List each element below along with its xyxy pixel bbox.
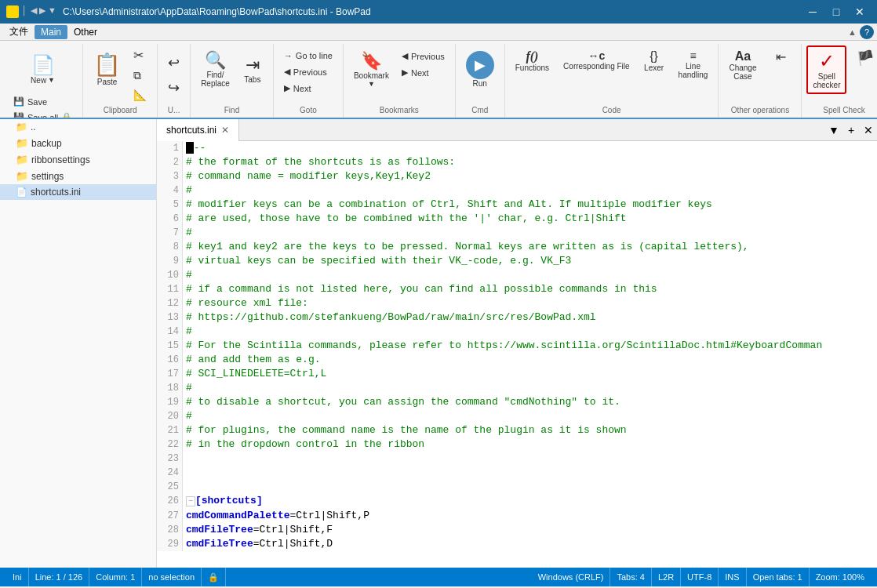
tab-close-button[interactable]: ✕: [221, 125, 229, 136]
save-all-button[interactable]: 💾 Save all 🔒: [8, 110, 78, 119]
table-row: 2 # the format of the shortcuts is as fo…: [157, 155, 877, 169]
table-row: 11 # if a command is not listed here, yo…: [157, 282, 877, 296]
table-row: 18 #: [157, 381, 877, 395]
ribbon-undo-label: U...: [168, 104, 180, 116]
tab-bar-buttons: ▼ + ✕: [825, 122, 877, 139]
menu-main[interactable]: Main: [35, 25, 67, 39]
sidebar-item-ribbonsettings[interactable]: 📁 ribbonsettings: [0, 151, 156, 168]
code-editor[interactable]: 1 -- 2 # the format of the shortcuts is …: [157, 141, 877, 568]
undo-button[interactable]: ↩: [162, 52, 185, 74]
help-button[interactable]: ?: [860, 25, 874, 39]
indent-button[interactable]: ⇤: [765, 45, 796, 68]
ribbon-collapse-button[interactable]: ▲: [848, 27, 857, 37]
new-tab-button[interactable]: +: [842, 122, 860, 139]
shortcuts-file-icon: 📄: [16, 187, 27, 198]
line-handling-icon: ≡: [690, 49, 696, 62]
backup-folder-icon: 📁: [16, 137, 28, 149]
fold-minus-icon[interactable]: −: [186, 496, 195, 506]
bookmark-previous-button[interactable]: ◀ Previous: [396, 49, 450, 64]
close-panel-button[interactable]: ✕: [860, 122, 877, 139]
ribbon-group-find: 🔍 Find/Replace ⇥ Tabs Find: [191, 44, 274, 118]
change-case-button[interactable]: Aa ChangeCase: [723, 45, 762, 85]
goto-line-button[interactable]: → Go to line: [278, 49, 338, 63]
tabs-icon: ⇥: [246, 55, 260, 75]
bk-prev-icon: ◀: [402, 51, 408, 61]
table-row: 13 # https://github.com/stefankueng/BowP…: [157, 310, 877, 325]
corresponding-file-button[interactable]: ↔c Corresponding File: [558, 45, 635, 74]
close-button[interactable]: ✕: [849, 3, 871, 20]
spell-lang-button[interactable]: 🏴: [850, 45, 877, 71]
ribbon-group-undo: ↩ ↪ U...: [158, 44, 191, 118]
find-next-button[interactable]: ▶ Next: [278, 81, 338, 96]
paste-icon: 📋: [93, 52, 121, 78]
ribbon-group-goto: → Go to line ◀ Previous ▶ Next Goto: [274, 44, 344, 118]
lock-icon: 🔒: [61, 112, 72, 119]
status-mode: L2R: [652, 568, 681, 586]
ribbon-code-content: f() Functions ↔c Corresponding File {} L…: [510, 45, 714, 104]
sidebar-item-parent[interactable]: 📁 ..: [0, 119, 156, 135]
find-replace-button[interactable]: 🔍 Find/Replace: [195, 45, 235, 93]
file-small-btns: 💾 Save 💾 Save all 🔒: [8, 94, 78, 119]
tab-shortcuts-ini[interactable]: shortcuts.ini ✕: [157, 119, 239, 141]
tabs-button[interactable]: ⇥ Tabs: [237, 45, 268, 93]
functions-button[interactable]: f() Functions: [510, 45, 555, 76]
undo-icon: ↩: [168, 54, 180, 71]
menu-file[interactable]: 文件: [3, 24, 35, 40]
find-icon: 🔍: [205, 50, 226, 71]
ribbon-group-cmd: ▶ Run Cmd: [456, 44, 505, 118]
new-icon: 📄: [31, 54, 55, 76]
save-button[interactable]: 💾 Save: [8, 94, 78, 109]
ribbon-file-content: 📄 New ▼ 💾 Save 💾 Save all 🔒: [8, 45, 78, 119]
code-table: 1 -- 2 # the format of the shortcuts is …: [157, 141, 877, 551]
ribbon-cmd-label: Cmd: [471, 104, 488, 116]
paste-button[interactable]: 📋 Paste: [88, 45, 126, 93]
sidebar-item-shortcuts-ini[interactable]: 📄 shortcuts.ini: [0, 184, 156, 200]
table-row: 9 # virtual keys can be specified with t…: [157, 254, 877, 268]
table-row: 24: [157, 466, 877, 480]
table-row: 17 # SCI_LINEDELETE=Ctrl,L: [157, 367, 877, 381]
status-column: Column: 1: [89, 568, 142, 586]
ribbon-find-label: Find: [224, 104, 239, 116]
ribbon-other-ops-label: Other operations: [731, 104, 790, 116]
ribbon-bookmarks-label: Bookmarks: [380, 104, 419, 116]
ribbon-clipboard-content: 📋 Paste ✂ ⧉ 📐: [88, 45, 152, 104]
spell-checker-button[interactable]: ✓ Spellchecker: [806, 45, 846, 94]
cut-button[interactable]: ✂: [128, 45, 152, 65]
minimize-button[interactable]: ─: [802, 3, 824, 20]
bookmark-next-button[interactable]: ▶ Next: [396, 65, 450, 80]
table-row: 12 # resource xml file:: [157, 296, 877, 310]
save-icon: 💾: [13, 96, 24, 107]
new-button[interactable]: 📄 New ▼: [25, 45, 60, 93]
redo-button[interactable]: ↪: [162, 77, 185, 99]
sidebar-item-settings[interactable]: 📁 settings: [0, 168, 156, 184]
clipboard-small-btns: ✂ ⧉ 📐: [128, 45, 152, 103]
format-button[interactable]: 📐: [128, 86, 152, 103]
bookmark-button[interactable]: 🔖 Bookmark ▼: [348, 45, 395, 93]
ribbon-find-content: 🔍 Find/Replace ⇥ Tabs: [195, 45, 268, 104]
tab-dropdown-button[interactable]: ▼: [825, 122, 842, 139]
status-encoding-icon: 🔒: [202, 568, 226, 586]
table-row: 4 #: [157, 183, 877, 198]
title-bar: │ ◀ ▶ ▼ C:\Users\Administrator\AppData\R…: [0, 0, 877, 24]
copy-button[interactable]: ⧉: [128, 67, 152, 85]
table-row: 25: [157, 480, 877, 494]
title-bar-nav: ◀ ▶ ▼: [31, 5, 56, 18]
sidebar-item-backup[interactable]: 📁 backup: [0, 135, 156, 151]
lexer-button[interactable]: {} Lexer: [639, 45, 670, 76]
next-icon: ▶: [284, 83, 290, 93]
maximize-button[interactable]: □: [825, 3, 847, 20]
indent-icon: ⇤: [776, 49, 786, 64]
status-line-ending: Windows (CRLF): [532, 568, 611, 586]
parent-icon: 📁: [16, 122, 27, 132]
new-dropdown-arrow: ▼: [48, 76, 55, 84]
copy-icon: ⧉: [133, 69, 141, 82]
table-row: 6 # are used, those have to be combined …: [157, 212, 877, 226]
run-button[interactable]: ▶ Run: [460, 45, 500, 93]
ribbonsettings-folder-icon: 📁: [16, 154, 28, 165]
line-handling-button[interactable]: ≡ Linehandling: [673, 45, 714, 83]
find-previous-button[interactable]: ◀ Previous: [278, 64, 338, 79]
ribbon-other-ops-content: Aa ChangeCase ⇤: [723, 45, 796, 104]
menu-other[interactable]: Other: [67, 25, 104, 39]
status-bar: Ini Line: 1 / 126 Column: 1 no selection…: [0, 568, 877, 586]
table-row: 23: [157, 452, 877, 466]
